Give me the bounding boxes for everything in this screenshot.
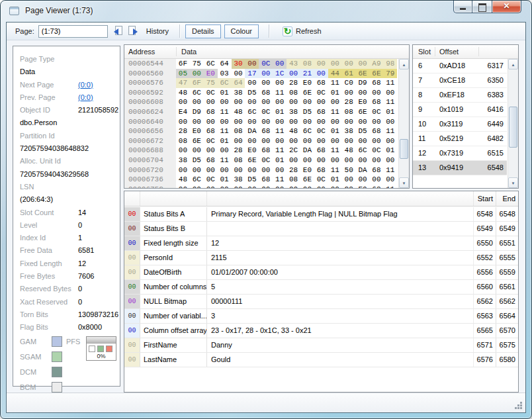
hex-byte[interactable]: E4 bbox=[176, 107, 190, 117]
hex-byte[interactable]: 6C bbox=[356, 146, 370, 156]
hex-byte[interactable]: 61 bbox=[342, 69, 356, 79]
hex-byte[interactable]: 28 bbox=[342, 97, 356, 107]
hex-byte[interactable]: 05 bbox=[176, 69, 190, 79]
slot-row[interactable]: 80xEF186383 bbox=[413, 88, 507, 103]
hex-byte[interactable]: 68 bbox=[259, 126, 273, 136]
scroll-thumb[interactable] bbox=[509, 107, 517, 148]
hex-byte[interactable]: 00 bbox=[300, 97, 314, 107]
hex-byte[interactable]: 48 bbox=[176, 88, 190, 98]
hex-byte[interactable]: 00 bbox=[356, 59, 370, 69]
hex-byte[interactable]: 68 bbox=[314, 78, 328, 88]
hex-byte[interactable]: E0 bbox=[356, 185, 370, 188]
hex-byte[interactable]: 01 bbox=[328, 88, 342, 98]
hex-byte[interactable]: 68 bbox=[314, 165, 328, 175]
hex-byte[interactable]: 00 bbox=[342, 88, 356, 98]
hex-byte[interactable]: 00 bbox=[356, 117, 370, 127]
hex-byte[interactable]: 00 bbox=[273, 136, 287, 146]
record-field-row[interactable]: 00FirstNameDanny65716575 bbox=[124, 338, 518, 353]
maximize-button[interactable] bbox=[472, 1, 492, 13]
hex-byte[interactable]: 6E bbox=[245, 156, 259, 165]
hex-byte[interactable]: 38 bbox=[232, 175, 245, 185]
hex-byte[interactable]: 0C bbox=[204, 88, 218, 98]
nav-forward-button[interactable] bbox=[126, 25, 138, 37]
slot-row[interactable]: 100x31196449 bbox=[413, 117, 507, 132]
hex-byte[interactable]: 00 bbox=[245, 136, 259, 146]
minimize-button[interactable] bbox=[453, 1, 472, 13]
hex-byte[interactable]: 11 bbox=[383, 165, 397, 175]
page-input[interactable] bbox=[38, 25, 108, 38]
hex-byte[interactable]: 00 bbox=[314, 136, 328, 146]
hex-byte[interactable]: 08 bbox=[232, 126, 245, 136]
hex-byte[interactable]: 6F bbox=[176, 59, 190, 69]
hex-byte[interactable]: 44 bbox=[328, 69, 342, 79]
hex-byte[interactable]: 08 bbox=[232, 156, 245, 165]
hex-byte[interactable]: 00 bbox=[190, 185, 204, 188]
hex-byte[interactable]: 00 bbox=[287, 185, 300, 188]
hex-byte[interactable]: 00 bbox=[300, 156, 314, 165]
slot-row[interactable]: 110x52196482 bbox=[413, 132, 507, 146]
hex-byte[interactable]: 00 bbox=[314, 185, 328, 188]
hex-byte[interactable]: 01 bbox=[328, 126, 342, 136]
hex-byte[interactable]: 75 bbox=[204, 78, 218, 88]
hex-byte[interactable]: 6C bbox=[218, 78, 232, 88]
hex-byte[interactable]: 00 bbox=[383, 136, 397, 146]
slot-row[interactable]: 120x73196515 bbox=[413, 146, 507, 161]
hex-byte[interactable]: 00 bbox=[314, 156, 328, 165]
hex-byte[interactable]: 00 bbox=[204, 185, 218, 188]
hex-byte[interactable]: 00 bbox=[383, 88, 397, 98]
hex-byte[interactable]: 00 bbox=[218, 117, 232, 127]
slot-row[interactable]: 60xAD186317 bbox=[413, 59, 507, 73]
hex-byte[interactable]: 68 bbox=[369, 97, 383, 107]
record-field-row[interactable]: 00Status Bits APrimary Record, Variable … bbox=[124, 207, 518, 222]
hex-byte[interactable]: 00 bbox=[259, 69, 273, 79]
hex-byte[interactable]: 28 bbox=[232, 146, 245, 156]
hex-byte[interactable]: 68 bbox=[259, 146, 273, 156]
hex-byte[interactable]: 6C bbox=[190, 175, 204, 185]
hex-byte[interactable]: 00 bbox=[328, 185, 342, 188]
hex-byte[interactable]: 00 bbox=[259, 78, 273, 88]
hex-byte[interactable]: 00 bbox=[342, 117, 356, 127]
hex-byte[interactable]: 00 bbox=[218, 165, 232, 175]
scroll-up-button[interactable]: ▲ bbox=[399, 59, 409, 70]
hex-byte[interactable]: E0 bbox=[300, 165, 314, 175]
hex-byte[interactable]: 50 bbox=[342, 165, 356, 175]
hex-byte[interactable]: 11 bbox=[273, 175, 287, 185]
resize-grip[interactable] bbox=[513, 400, 523, 410]
hex-byte[interactable]: 00 bbox=[245, 185, 259, 188]
hex-byte[interactable]: 00 bbox=[314, 59, 328, 69]
hex-byte[interactable]: 00 bbox=[190, 97, 204, 107]
hex-byte[interactable]: 11 bbox=[328, 165, 342, 175]
slot-scrollbar[interactable]: ▲ ▼ bbox=[508, 59, 518, 188]
hex-byte[interactable]: 00 bbox=[232, 69, 245, 79]
hex-byte[interactable]: 38 bbox=[232, 88, 245, 98]
hex-byte[interactable]: D5 bbox=[190, 156, 204, 165]
hex-byte[interactable]: 6C bbox=[190, 88, 204, 98]
hex-byte[interactable]: 00 bbox=[314, 117, 328, 127]
hex-byte[interactable]: 08 bbox=[300, 59, 314, 69]
hex-byte[interactable]: 38 bbox=[176, 156, 190, 165]
hex-byte[interactable]: 00 bbox=[369, 117, 383, 127]
prev-page-link[interactable]: (0:0) bbox=[78, 93, 93, 101]
hex-byte[interactable]: 00 bbox=[300, 136, 314, 146]
hex-byte[interactable]: 68 bbox=[369, 78, 383, 88]
hex-byte[interactable]: 6C bbox=[300, 126, 314, 136]
offset-column-header[interactable]: Offset bbox=[439, 45, 459, 59]
hex-byte[interactable]: 00 bbox=[218, 185, 232, 188]
hex-byte[interactable]: 00 bbox=[287, 97, 300, 107]
hex-byte[interactable]: 38 bbox=[287, 107, 300, 117]
hex-byte[interactable]: 00 bbox=[314, 69, 328, 79]
close-button[interactable] bbox=[492, 1, 521, 13]
hex-byte[interactable]: 0C bbox=[369, 107, 383, 117]
hex-byte[interactable]: 17 bbox=[245, 69, 259, 79]
hex-byte[interactable]: 00 bbox=[245, 97, 259, 107]
record-field-row[interactable]: 00LastNameGould65766580 bbox=[124, 353, 518, 367]
hex-byte[interactable]: 11 bbox=[328, 107, 342, 117]
slot-row[interactable]: 130x94196548 bbox=[413, 161, 507, 175]
hex-byte[interactable]: 00 bbox=[190, 117, 204, 127]
hex-byte[interactable]: 00 bbox=[342, 175, 356, 185]
hex-byte[interactable]: 00 bbox=[287, 69, 300, 79]
hex-byte[interactable]: 03 bbox=[218, 69, 232, 79]
hex-byte[interactable]: 48 bbox=[287, 126, 300, 136]
hex-byte[interactable]: 00 bbox=[369, 136, 383, 146]
hex-byte[interactable]: 00 bbox=[218, 97, 232, 107]
